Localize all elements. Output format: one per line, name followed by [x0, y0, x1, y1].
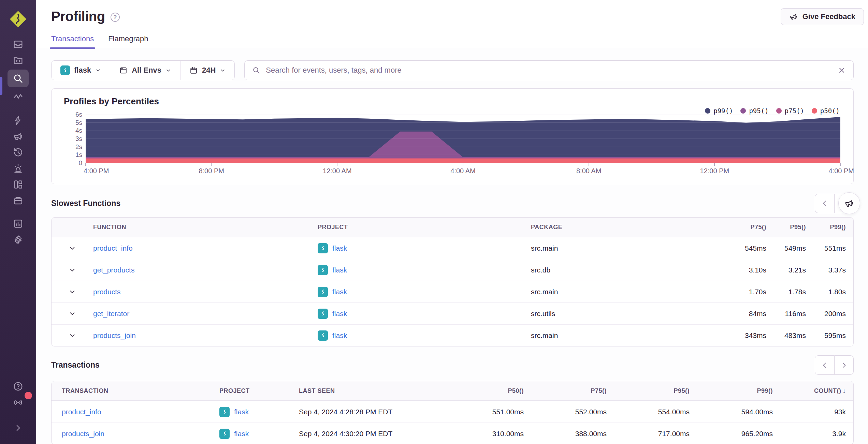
package-cell: src.utils	[531, 310, 725, 318]
projects-icon	[13, 55, 24, 66]
tab-flamegraph[interactable]: Flamegraph	[108, 34, 148, 48]
project-link[interactable]: flask	[234, 430, 249, 438]
expand-row-button[interactable]	[52, 245, 93, 252]
p50-cell: 310.00ms	[447, 430, 524, 438]
project-link[interactable]: flask	[332, 331, 347, 340]
page-header: Profiling ? Give Feedback Transactions F…	[36, 0, 868, 48]
col-package: PACKAGE	[531, 224, 725, 231]
sort-desc-icon: ↓	[843, 387, 846, 394]
p75-cell: 552.00ms	[524, 408, 607, 416]
package-cell: src.db	[531, 266, 725, 274]
calendar-icon	[189, 66, 198, 75]
sidebar-item-help[interactable]	[7, 378, 29, 394]
legend-dot	[740, 108, 746, 114]
megaphone-icon	[844, 198, 854, 208]
col-function: FUNCTION	[93, 224, 318, 231]
give-feedback-button[interactable]: Give Feedback	[781, 8, 864, 25]
project-link[interactable]: flask	[332, 244, 347, 252]
page-content: flask All Envs 24H	[36, 48, 868, 444]
sidebar-item-replays[interactable]	[7, 144, 29, 160]
section-title: Slowest Functions	[51, 199, 120, 208]
environment-filter[interactable]: All Envs	[110, 61, 180, 80]
project-link[interactable]: flask	[332, 288, 347, 296]
y-axis-tick: 6s	[75, 111, 82, 118]
sidebar-item-settings[interactable]	[7, 232, 29, 248]
flask-project-icon	[318, 243, 328, 253]
sidebar-item-stats[interactable]	[7, 216, 29, 232]
expand-row-button[interactable]	[52, 310, 93, 317]
flask-project-icon	[219, 407, 230, 417]
history-clock-icon	[13, 147, 24, 158]
search-input[interactable]	[266, 66, 832, 75]
p75-cell: 1.70s	[725, 288, 766, 296]
p95-cell: 116ms	[766, 310, 806, 318]
x-axis-label: 8:00 AM	[576, 167, 601, 175]
search-icon	[13, 73, 24, 84]
chevron-right-icon	[840, 361, 848, 369]
sidebar-item-traces[interactable]	[7, 89, 29, 105]
date-range-filter[interactable]: 24H	[180, 61, 234, 80]
legend-item[interactable]: p50()	[812, 107, 840, 115]
sidebar-item-dashboards[interactable]	[7, 176, 29, 192]
project-link[interactable]: flask	[332, 266, 347, 274]
expand-row-button[interactable]	[52, 288, 93, 296]
profiles-by-percentiles-panel: Profiles by Percentiles p99()p95()p75()p…	[51, 88, 854, 184]
last-seen-cell: Sep 4, 2024 4:28:28 PM EDT	[299, 408, 447, 416]
project-link[interactable]: flask	[234, 408, 249, 416]
sentry-logo[interactable]	[9, 10, 27, 28]
x-axis-label: 12:00 AM	[323, 167, 352, 175]
package-cell: src.main	[531, 244, 725, 252]
function-link[interactable]: products	[93, 288, 121, 296]
col-transaction: TRANSACTION	[62, 387, 219, 395]
sidebar	[0, 0, 36, 444]
sidebar-collapse-button[interactable]	[7, 420, 29, 436]
prev-page-button[interactable]	[815, 194, 834, 213]
function-link[interactable]: product_info	[93, 244, 133, 252]
sidebar-item-issues[interactable]	[7, 36, 29, 52]
transaction-link[interactable]: product_info	[62, 408, 101, 416]
y-axis-tick: 0	[78, 159, 82, 167]
p50-cell: 551.00ms	[447, 408, 524, 416]
gear-icon	[13, 234, 24, 245]
project-filter-label: flask	[74, 66, 91, 75]
legend-item[interactable]: p75()	[776, 107, 804, 115]
function-link[interactable]: products_join	[93, 331, 136, 339]
prev-page-button[interactable]	[815, 355, 834, 375]
sidebar-item-performance[interactable]	[7, 112, 29, 128]
sidebar-item-feedback[interactable]	[7, 128, 29, 144]
next-page-button[interactable]	[834, 355, 854, 375]
chart-title: Profiles by Percentiles	[64, 96, 840, 107]
page-title: Profiling	[51, 9, 105, 24]
project-link[interactable]: flask	[332, 310, 347, 318]
expand-row-button[interactable]	[52, 266, 93, 274]
archive-icon	[13, 195, 24, 206]
project-filter[interactable]: flask	[52, 61, 110, 80]
siren-icon	[13, 163, 24, 174]
chart-plot-area[interactable]	[86, 115, 840, 163]
legend-item[interactable]: p99()	[705, 107, 733, 115]
help-tooltip-icon[interactable]: ?	[111, 13, 120, 22]
search-bar	[244, 60, 854, 80]
expand-row-button[interactable]	[52, 332, 93, 339]
col-count[interactable]: COUNT()↓	[773, 387, 846, 395]
function-link[interactable]: get_products	[93, 266, 134, 274]
p95-cell: 1.78s	[766, 288, 806, 296]
sidebar-item-releases[interactable]	[7, 192, 29, 208]
transaction-link[interactable]: products_join	[62, 430, 104, 438]
sidebar-item-alerts[interactable]	[7, 160, 29, 176]
legend-dot	[776, 108, 782, 114]
x-axis-label: 4:00 PM	[84, 167, 109, 175]
package-cell: src.main	[531, 288, 725, 296]
help-icon	[13, 381, 24, 392]
legend-item[interactable]: p95()	[740, 107, 768, 115]
sidebar-item-explore[interactable]	[8, 70, 29, 87]
function-link[interactable]: get_iterator	[93, 310, 129, 317]
lightning-icon	[13, 115, 24, 126]
sidebar-item-whats-new[interactable]	[7, 394, 29, 410]
sidebar-item-projects[interactable]	[7, 52, 29, 68]
clear-search-icon[interactable]	[838, 66, 846, 74]
traces-icon	[13, 91, 24, 102]
tab-transactions[interactable]: Transactions	[51, 34, 94, 48]
feedback-fab-button[interactable]	[838, 192, 860, 214]
col-count-label: COUNT()	[814, 387, 841, 394]
